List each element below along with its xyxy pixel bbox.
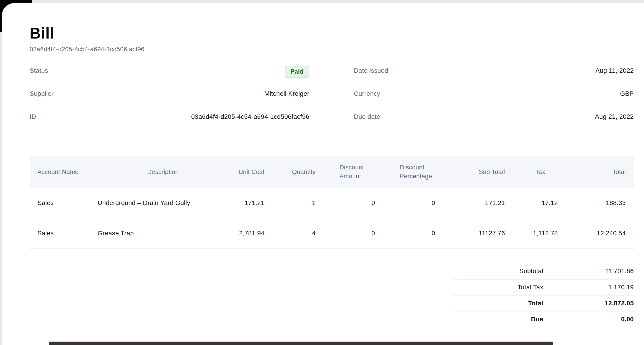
cell-description: Underground – Drain Yard Gully: [90, 199, 236, 206]
totals-summary: Subtotal 11,701.86 Total Tax 1,170.19 To…: [452, 263, 634, 327]
currency-label: Currency: [354, 90, 380, 97]
due-label: Due: [452, 316, 543, 323]
meta-row-date-issued: Date issued Aug 11, 2022: [354, 64, 634, 86]
column-header-description: Description: [90, 168, 236, 176]
table-row: Sales Underground – Drain Yard Gully 171…: [30, 188, 634, 218]
column-header-total: Total: [566, 168, 634, 176]
cell-discount-amount: 0: [324, 230, 384, 237]
meta-row-due-date: Due date Aug 21, 2022: [354, 110, 634, 132]
due-value: 0.00: [543, 316, 634, 323]
total-tax-value: 1,170.19: [543, 284, 634, 291]
bill-uuid: 03a6d4f4-d205-4c54-a694-1cd506facf96: [30, 46, 634, 53]
id-label: ID: [30, 113, 36, 120]
table-header-row: Account Name Description Unit Cost Quant…: [30, 156, 634, 188]
table-row: Sales Grease Trap 2,781.94 4 0 0 11127.7…: [30, 218, 634, 248]
column-header-unit-cost: Unit Cost: [236, 168, 279, 176]
cell-tax: 17.12: [514, 199, 566, 206]
total-tax-label: Total Tax: [452, 284, 543, 291]
cell-discount-percentage: 0: [384, 230, 444, 237]
line-items-table: Account Name Description Unit Cost Quant…: [30, 156, 634, 248]
totals-row-total-tax: Total Tax 1,170.19: [452, 279, 634, 295]
bill-meta-section: Status Paid Supplier Mitchell Kreiger ID…: [30, 64, 634, 142]
cell-sub-total: 11127.76: [444, 230, 514, 237]
cell-account-name: Sales: [30, 230, 90, 237]
supplier-value: Mitchell Kreiger: [264, 90, 309, 97]
supplier-label: Supplier: [30, 90, 54, 97]
column-header-sub-total: Sub Total: [444, 168, 514, 176]
totals-row-due: Due 0.00: [452, 311, 634, 327]
bill-detail-page: Bill 03a6d4f4-d205-4c54-a694-1cd506facf9…: [2, 3, 644, 345]
date-issued-label: Date issued: [354, 67, 388, 74]
cell-discount-amount: 0: [324, 199, 384, 206]
id-value: 03a6d4f4-d205-4c54-a694-1cd506facf96: [191, 113, 309, 120]
bottom-edge-bar: [49, 342, 553, 345]
meta-left-column: Status Paid Supplier Mitchell Kreiger ID…: [30, 64, 309, 132]
subtotal-value: 11,701.86: [543, 268, 634, 275]
page-title: Bill: [30, 25, 634, 41]
cell-unit-cost: 2,781.94: [236, 230, 279, 237]
column-header-discount-amount: Discount Amount: [324, 163, 384, 181]
column-header-tax: Tax: [514, 168, 566, 176]
cell-tax: 1,112.78: [514, 230, 566, 237]
total-label: Total: [452, 300, 543, 307]
column-header-quantity: Quantity: [279, 168, 324, 176]
cell-account-name: Sales: [30, 199, 90, 206]
currency-value: GBP: [620, 90, 634, 97]
meta-row-status: Status Paid: [30, 64, 309, 86]
cell-unit-cost: 171.21: [236, 199, 279, 206]
cell-sub-total: 171.21: [444, 199, 514, 206]
total-value: 12,872.05: [543, 300, 634, 307]
cell-total: 188.33: [566, 199, 634, 206]
cell-quantity: 1: [279, 199, 324, 206]
status-label: Status: [30, 67, 48, 74]
cell-total: 12,240.54: [566, 230, 634, 237]
cell-discount-percentage: 0: [384, 199, 444, 206]
totals-row-subtotal: Subtotal 11,701.86: [452, 263, 634, 279]
meta-row-supplier: Supplier Mitchell Kreiger: [30, 86, 309, 110]
meta-row-currency: Currency GBP: [354, 86, 634, 110]
meta-row-id: ID 03a6d4f4-d205-4c54-a694-1cd506facf96: [30, 110, 309, 132]
due-date-value: Aug 21, 2022: [595, 113, 634, 120]
subtotal-label: Subtotal: [452, 268, 543, 275]
column-header-discount-percentage: Discount Percentage: [384, 163, 444, 181]
meta-right-column: Date issued Aug 11, 2022 Currency GBP Du…: [354, 64, 634, 132]
column-header-account-name: Account Name: [30, 168, 90, 176]
totals-row-total: Total 12,872.05: [452, 295, 634, 311]
date-issued-value: Aug 11, 2022: [596, 67, 634, 74]
due-date-label: Due date: [354, 113, 380, 120]
cell-description: Grease Trap: [90, 230, 236, 237]
status-badge: Paid: [285, 66, 309, 78]
page-header: Bill 03a6d4f4-d205-4c54-a694-1cd506facf9…: [30, 25, 634, 64]
cell-quantity: 4: [279, 230, 324, 237]
